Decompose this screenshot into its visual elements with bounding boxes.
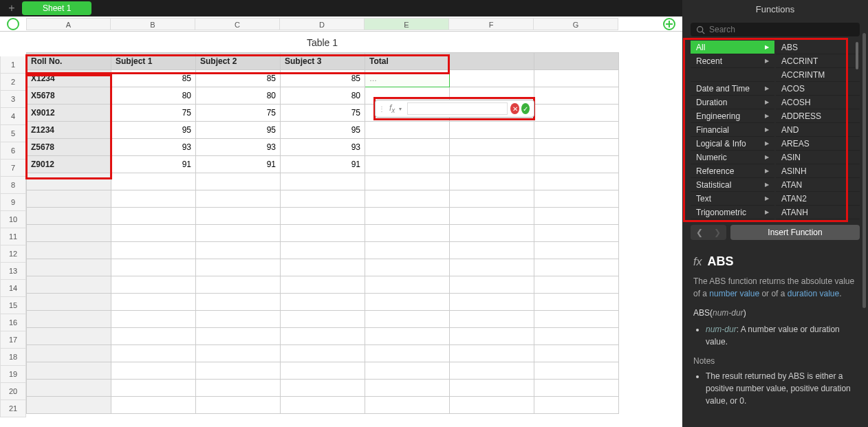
cell-empty[interactable]: [281, 242, 365, 259]
cell-empty[interactable]: [534, 87, 619, 105]
cell-value[interactable]: 91: [196, 156, 281, 173]
cell-empty[interactable]: [27, 294, 111, 311]
cell-empty[interactable]: [534, 173, 619, 190]
add-sheet-button[interactable]: +: [6, 2, 18, 14]
cell-empty[interactable]: [111, 276, 196, 294]
cell-empty[interactable]: [450, 294, 534, 311]
cell-empty[interactable]: [534, 397, 619, 414]
cell-empty[interactable]: [281, 328, 365, 345]
cell-empty[interactable]: [450, 242, 534, 259]
cell-empty[interactable]: [365, 362, 450, 380]
function-scrollbar[interactable]: [856, 42, 858, 69]
cell-empty[interactable]: [450, 156, 534, 173]
formula-dropdown-icon[interactable]: ▾: [396, 106, 404, 112]
cell-empty[interactable]: [111, 397, 196, 414]
row-header-4[interactable]: 4: [0, 108, 26, 125]
row-header-8[interactable]: 8: [0, 177, 26, 194]
sidebar-scrollbar[interactable]: [862, 33, 866, 308]
table-header[interactable]: Subject 3: [281, 53, 365, 70]
cell-empty[interactable]: [365, 259, 450, 276]
cell-empty[interactable]: [27, 208, 111, 225]
function-item[interactable]: ASINH: [776, 164, 860, 178]
cell-total[interactable]: [365, 139, 450, 156]
search-input[interactable]: [709, 25, 854, 34]
function-item[interactable]: ATAN2: [776, 192, 860, 206]
cell-empty[interactable]: [534, 259, 619, 276]
cell-empty[interactable]: [365, 225, 450, 242]
cell-empty[interactable]: [27, 190, 111, 208]
cell-empty[interactable]: [365, 242, 450, 259]
cell-empty[interactable]: [450, 139, 534, 156]
cell-value[interactable]: 80: [111, 87, 196, 105]
category-item[interactable]: [691, 68, 774, 82]
cell-empty[interactable]: [27, 242, 111, 259]
table-header-empty[interactable]: [450, 53, 534, 70]
cell-empty[interactable]: [450, 208, 534, 225]
cell-empty[interactable]: [196, 190, 281, 208]
cell-empty[interactable]: [27, 397, 111, 414]
cell-total[interactable]: …: [365, 70, 450, 87]
cell-rollno[interactable]: Z1234: [27, 122, 111, 139]
cell-empty[interactable]: [281, 259, 365, 276]
cell-empty[interactable]: [27, 259, 111, 276]
cell-empty[interactable]: [111, 173, 196, 190]
cell-empty[interactable]: [196, 311, 281, 328]
cell-value[interactable]: 95: [111, 122, 196, 139]
cell-rollno[interactable]: Z9012: [27, 156, 111, 173]
cell-empty[interactable]: [27, 173, 111, 190]
col-header-G[interactable]: G: [534, 18, 618, 30]
cell-empty[interactable]: [281, 380, 365, 397]
cell-empty[interactable]: [27, 380, 111, 397]
row-header-3[interactable]: 3: [0, 91, 26, 108]
formula-input[interactable]: [407, 102, 508, 115]
cell-empty[interactable]: [281, 345, 365, 362]
cell-empty[interactable]: [111, 190, 196, 208]
nav-forward-button[interactable]: ❯: [708, 225, 726, 240]
cell-empty[interactable]: [534, 139, 619, 156]
cell-empty[interactable]: [281, 190, 365, 208]
cell-empty[interactable]: [450, 380, 534, 397]
cell-empty[interactable]: [111, 242, 196, 259]
row-header-1[interactable]: 1: [0, 56, 26, 74]
cell-rollno[interactable]: Z5678: [27, 139, 111, 156]
category-item[interactable]: Statistical▶: [691, 178, 774, 192]
cell-rollno[interactable]: X5678: [27, 87, 111, 105]
cell-empty[interactable]: [111, 311, 196, 328]
col-header-E[interactable]: E: [365, 18, 449, 30]
cell-value[interactable]: 95: [196, 122, 281, 139]
cell-value[interactable]: 85: [111, 70, 196, 87]
row-header-21[interactable]: 21: [0, 400, 26, 417]
cell-empty[interactable]: [534, 225, 619, 242]
cell-empty[interactable]: [196, 345, 281, 362]
cell-empty[interactable]: [281, 225, 365, 242]
cell-value[interactable]: 80: [196, 87, 281, 105]
col-header-C[interactable]: C: [195, 18, 280, 30]
row-header-9[interactable]: 9: [0, 194, 26, 211]
cell-empty[interactable]: [534, 328, 619, 345]
cell-total[interactable]: [365, 156, 450, 173]
category-item[interactable]: Logical & Info▶: [691, 137, 774, 151]
cell-empty[interactable]: [365, 345, 450, 362]
table-header[interactable]: Subject 1: [111, 53, 196, 70]
col-header-D[interactable]: D: [280, 18, 365, 30]
col-menu-handle[interactable]: [663, 18, 675, 30]
cell-empty[interactable]: [365, 294, 450, 311]
function-item[interactable]: ADDRESS: [776, 109, 860, 123]
cell-empty[interactable]: [450, 122, 534, 139]
cell-empty[interactable]: [281, 294, 365, 311]
row-header-16[interactable]: 16: [0, 314, 26, 331]
cell-value[interactable]: 80: [281, 87, 365, 105]
function-item[interactable]: ABS: [776, 41, 860, 54]
function-item[interactable]: ACCRINTM: [776, 68, 860, 82]
function-item[interactable]: ATAN: [776, 178, 860, 192]
cell-empty[interactable]: [196, 208, 281, 225]
row-header-20[interactable]: 20: [0, 383, 26, 400]
cell-value[interactable]: 75: [196, 105, 281, 122]
sheet-tab[interactable]: Sheet 1: [22, 1, 91, 15]
cell-empty[interactable]: [365, 311, 450, 328]
cell-empty[interactable]: [111, 380, 196, 397]
cell-value[interactable]: 91: [281, 156, 365, 173]
cell-empty[interactable]: [534, 276, 619, 294]
cell-empty[interactable]: [365, 397, 450, 414]
cell-empty[interactable]: [27, 345, 111, 362]
